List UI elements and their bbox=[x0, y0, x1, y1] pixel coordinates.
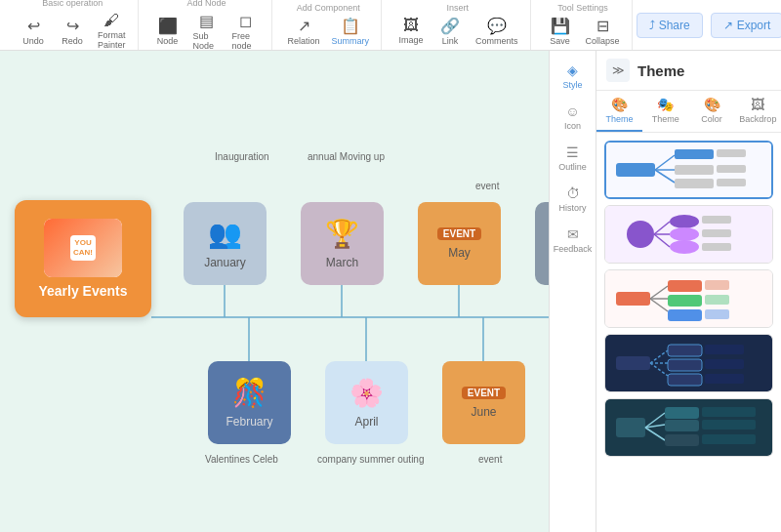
theme-item-4[interactable] bbox=[604, 334, 773, 392]
sub-node-button[interactable]: ▤ Sub Node bbox=[189, 10, 225, 53]
svg-rect-49 bbox=[616, 418, 645, 437]
icon-icon-btn[interactable]: ☺ Icon bbox=[554, 100, 592, 135]
april-label: April bbox=[354, 415, 378, 429]
feedback-icon-btn[interactable]: ✉ Feedback bbox=[554, 223, 592, 258]
may-annotation: event bbox=[475, 181, 499, 191]
august-node[interactable]: 🤝 August bbox=[535, 202, 549, 285]
style-icon-btn[interactable]: ◈ Style bbox=[554, 59, 592, 94]
format-painter-button[interactable]: 🖌 Format Painter bbox=[94, 10, 130, 52]
central-node[interactable]: YOUCAN! Yearly Events bbox=[15, 200, 151, 317]
june-event-badge: EVENT bbox=[462, 387, 506, 399]
tab-theme-alt-label: Theme bbox=[652, 114, 679, 124]
undo-icon: ↩ bbox=[27, 17, 40, 35]
panel-title: Theme bbox=[637, 62, 684, 79]
feb-annotation: Valentines Celeb bbox=[205, 454, 278, 465]
image-button[interactable]: 🖼 Image bbox=[393, 15, 429, 47]
may-event-badge: EVENT bbox=[437, 227, 481, 240]
theme-item-1[interactable] bbox=[604, 141, 773, 199]
history-icon-btn[interactable]: ⏱ History bbox=[554, 182, 592, 217]
outline-icon-btn[interactable]: ☰ Outline bbox=[554, 141, 592, 176]
tab-theme-alt[interactable]: 🎭 Theme bbox=[642, 91, 688, 132]
comments-icon: 💬 bbox=[487, 17, 507, 35]
theme-preview-svg-4 bbox=[611, 339, 767, 388]
theme-preview-svg-5 bbox=[611, 403, 767, 452]
march-node[interactable]: 🏆 March bbox=[301, 202, 384, 285]
icon-icon: ☺ bbox=[565, 103, 579, 119]
theme-main-icon: 🎨 bbox=[611, 97, 628, 112]
summary-button[interactable]: 📋 Summary bbox=[328, 15, 374, 48]
outline-icon: ☰ bbox=[566, 144, 579, 160]
redo-button[interactable]: ↪ Redo bbox=[55, 15, 90, 48]
tab-backdrop[interactable]: 🖼 Backdrop bbox=[735, 91, 781, 132]
feedback-label: Feedback bbox=[554, 244, 593, 254]
panel-collapse-button[interactable]: ≫ bbox=[606, 59, 630, 82]
theme-item-2[interactable] bbox=[604, 205, 773, 264]
svg-rect-57 bbox=[702, 420, 756, 430]
export-label: Export bbox=[737, 19, 771, 32]
svg-rect-45 bbox=[668, 374, 702, 386]
tool-settings-group: Tool Settings 💾 Save ⊟ Collapse bbox=[535, 0, 633, 50]
svg-rect-16 bbox=[717, 149, 746, 157]
apr-annotation: company summer outing bbox=[317, 454, 425, 465]
feedback-icon: ✉ bbox=[567, 226, 579, 242]
february-node[interactable]: 🎊 February bbox=[208, 361, 291, 444]
svg-rect-13 bbox=[675, 165, 714, 175]
history-icon: ⏱ bbox=[566, 185, 580, 201]
undo-button[interactable]: ↩ Undo bbox=[16, 15, 51, 48]
april-node[interactable]: 🌸 April bbox=[325, 361, 408, 444]
svg-line-10 bbox=[655, 155, 675, 170]
central-node-image: YOUCAN! bbox=[44, 219, 122, 277]
svg-rect-31 bbox=[668, 280, 702, 292]
march-icon: 🏆 bbox=[325, 218, 359, 250]
basic-operation-label: Basic operation bbox=[42, 0, 103, 8]
january-label: January bbox=[204, 256, 246, 269]
free-node-button[interactable]: ◻ Free node bbox=[228, 10, 264, 53]
relation-button[interactable]: ↗ Relation bbox=[284, 15, 324, 48]
svg-rect-36 bbox=[705, 280, 729, 290]
link-button[interactable]: 🔗 Link bbox=[432, 15, 468, 48]
svg-point-21 bbox=[670, 215, 699, 228]
svg-rect-35 bbox=[668, 309, 702, 321]
may-node[interactable]: EVENT May bbox=[418, 202, 501, 285]
svg-rect-38 bbox=[705, 309, 729, 319]
export-button[interactable]: ↗ Export bbox=[711, 13, 781, 38]
theme-item-5[interactable] bbox=[604, 398, 773, 457]
collapse-button[interactable]: ⊟ Collapse bbox=[582, 15, 624, 48]
format-painter-icon: 🖌 bbox=[103, 12, 119, 29]
history-label: History bbox=[558, 203, 586, 213]
svg-line-44 bbox=[650, 363, 668, 376]
style-label: Style bbox=[562, 80, 582, 90]
basic-operation-group: Basic operation ↩ Undo ↪ Redo 🖌 Format P… bbox=[8, 0, 139, 50]
icon-label: Icon bbox=[564, 121, 581, 131]
share-button[interactable]: ⤴ Share bbox=[637, 13, 703, 38]
style-icon: ◈ bbox=[567, 62, 578, 78]
undo-label: Undo bbox=[22, 36, 44, 46]
february-icon: 🎊 bbox=[232, 377, 267, 409]
sub-node-icon: ▤ bbox=[199, 12, 214, 30]
mindmap-canvas[interactable]: Inauguration annual Moving up event meet… bbox=[0, 51, 549, 532]
summary-icon: 📋 bbox=[341, 17, 360, 35]
share-icon: ⤴ bbox=[649, 19, 655, 32]
svg-rect-28 bbox=[702, 243, 731, 251]
svg-line-40 bbox=[650, 350, 668, 363]
format-painter-label: Format Painter bbox=[98, 30, 126, 50]
add-node-group: Add Node ⬛ Node ▤ Sub Node ◻ Free node bbox=[143, 0, 272, 50]
svg-rect-29 bbox=[616, 292, 650, 306]
tab-color[interactable]: 🎨 Color bbox=[689, 91, 735, 132]
tab-theme-main[interactable]: 🎨 Theme bbox=[596, 91, 642, 132]
may-label: May bbox=[448, 246, 471, 260]
theme-item-3[interactable] bbox=[604, 269, 773, 328]
color-icon: 🎨 bbox=[704, 97, 720, 112]
tool-settings-label: Tool Settings bbox=[557, 3, 608, 13]
june-node[interactable]: EVENT June bbox=[442, 361, 525, 444]
svg-line-24 bbox=[654, 234, 670, 247]
jun-annotation: event bbox=[478, 454, 502, 465]
save-icon: 💾 bbox=[551, 17, 570, 35]
node-button[interactable]: ⬛ Node bbox=[150, 15, 185, 48]
save-button[interactable]: 💾 Save bbox=[543, 15, 578, 48]
panel-tabs: 🎨 Theme 🎭 Theme 🎨 Color 🖼 Backdrop bbox=[596, 91, 781, 133]
central-node-label: Yearly Events bbox=[38, 283, 127, 299]
comments-button[interactable]: 💬 Comments bbox=[472, 15, 522, 48]
svg-point-19 bbox=[627, 221, 654, 248]
january-node[interactable]: 👥 January bbox=[184, 202, 267, 285]
